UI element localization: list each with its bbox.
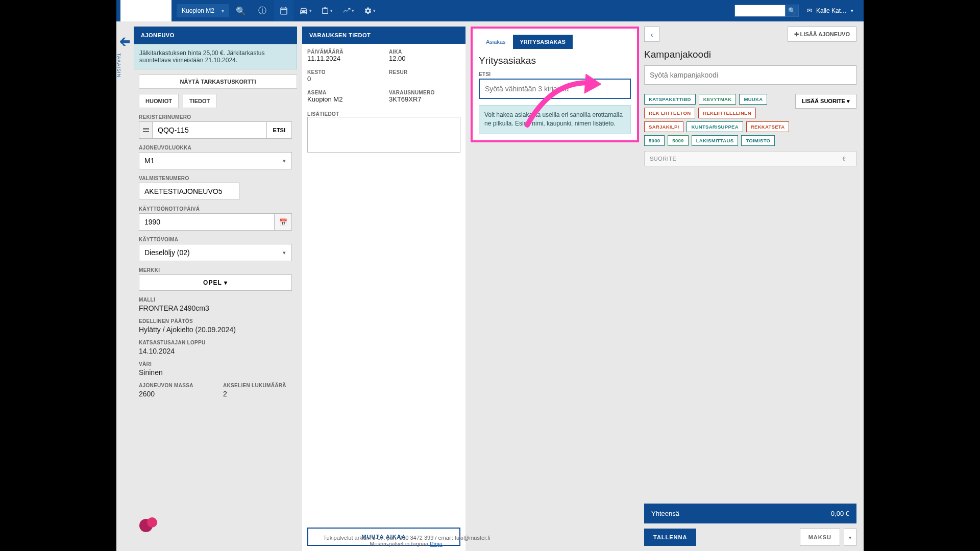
product-tag[interactable]: 5000 <box>644 135 665 146</box>
product-tag[interactable]: LAKISMITTAUS <box>692 135 739 146</box>
vehicle-class-select[interactable]: M1 <box>139 152 292 169</box>
search-reg-button[interactable]: ETSI <box>267 121 292 139</box>
booking-station: Kuopion M2 <box>307 95 379 103</box>
product-tag[interactable]: MUUKA <box>739 94 767 105</box>
add-product-button[interactable]: LISÄÄ SUORITE ▾ <box>795 94 856 109</box>
user-menu[interactable]: ✉ Kalle Kat… ▾ <box>801 7 860 14</box>
product-line: SUORITE € <box>644 151 856 166</box>
product-tag[interactable]: SARJAKILPI <box>644 121 683 132</box>
registration-input[interactable] <box>152 121 267 139</box>
footer: Tukipalvelut arkisin 8-17. puh: 010 3472… <box>134 531 680 551</box>
tab-company[interactable]: YRITYSASIAKAS <box>513 35 573 49</box>
booking-time: 12.00 <box>389 55 460 62</box>
axles-value: 2 <box>223 390 292 398</box>
customer-title: Yritysasiakas <box>479 55 631 66</box>
calendar-icon[interactable] <box>274 0 293 21</box>
huomiot-button[interactable]: HUOMIOT <box>139 94 179 108</box>
topbar: Kuopion M2 🔍 ⓘ 🔍 ✉ Kalle Kat… ▾ <box>116 0 864 21</box>
prev-decision-value: Hylätty / Ajokielto (20.09.2024) <box>139 325 292 334</box>
vin-input[interactable] <box>139 183 239 200</box>
product-tag[interactable]: TOIMISTO <box>741 135 775 146</box>
product-tag[interactable]: KEVYTMAK <box>699 94 737 105</box>
show-inspection-card-button[interactable]: NÄYTÄ TARKASTUSKORTTI <box>139 74 297 89</box>
commission-date-input[interactable] <box>139 213 275 231</box>
search-icon[interactable]: 🔍 <box>231 0 251 21</box>
back-label: TAKAISIN <box>116 53 121 78</box>
inspection-end-value: 14.10.2024 <box>139 347 292 355</box>
color-value: Sininen <box>139 368 292 377</box>
campaign-title: Kampanjakoodi <box>644 49 856 60</box>
payment-button[interactable]: MAKSU <box>800 529 840 546</box>
product-tags: KATSPAKETTIBDKEVYTMAKMUUKAREK LIITTEETÖN… <box>644 94 791 146</box>
tab-person[interactable]: Asiakas <box>479 35 513 49</box>
calendar-picker-icon[interactable]: 📅 <box>275 213 292 231</box>
booking-tab: VARAUKSEN TIEDOT <box>302 27 465 44</box>
model-value: FRONTERA 2490cm3 <box>139 304 292 312</box>
info-icon[interactable]: ⓘ <box>253 0 272 21</box>
total-amount: 0,00 € <box>831 510 849 517</box>
booking-notes-textarea[interactable] <box>307 117 460 153</box>
barcode-icon <box>139 121 152 139</box>
right-back-button[interactable]: ‹ <box>644 27 659 42</box>
product-tag[interactable]: KUNTSARISUPPEA <box>687 121 743 132</box>
customer-search-hint: Voit hakea asiakasta useilla eri sanoill… <box>479 105 631 134</box>
fuel-select[interactable]: Dieselöljy (02) <box>139 244 292 261</box>
product-tag[interactable]: REKLIITTEELLINEN <box>698 108 756 118</box>
location-select[interactable]: Kuopion M2 <box>177 4 229 17</box>
campaign-input[interactable] <box>644 65 856 85</box>
svg-point-1 <box>147 517 157 528</box>
payment-dropdown-button[interactable]: ▾ <box>844 529 856 546</box>
chart-icon[interactable] <box>338 0 358 21</box>
tiedot-button[interactable]: TIEDOT <box>183 94 216 108</box>
add-vehicle-button[interactable]: ✚ LISÄÄ AJONEUVO <box>788 27 856 42</box>
car-icon[interactable] <box>296 0 315 21</box>
gear-icon[interactable] <box>360 0 379 21</box>
vehicle-tab: AJONEUVO <box>134 27 297 44</box>
top-search-button[interactable]: 🔍 <box>786 5 799 17</box>
product-tag[interactable]: REK LIITTEETÖN <box>644 108 695 118</box>
total-bar: Yhteensä 0,00 € <box>644 504 856 523</box>
back-arrow[interactable]: 🡰 <box>116 36 134 49</box>
clipboard-icon[interactable] <box>317 0 336 21</box>
product-tag[interactable]: REKKATSETA <box>746 121 790 132</box>
mail-icon: ✉ <box>807 7 812 14</box>
booking-date: 11.11.2024 <box>307 55 379 62</box>
product-tag[interactable]: 5009 <box>668 135 688 146</box>
make-button[interactable]: OPEL ▾ <box>139 274 292 291</box>
mass-value: 2600 <box>139 390 208 398</box>
product-tag[interactable]: KATSPAKETTIBD <box>644 94 696 105</box>
customer-panel: Asiakas YRITYSASIAKAS Yritysasiakas ETSI… <box>471 27 639 142</box>
booking-duration: 0 <box>307 75 379 83</box>
logo <box>120 0 172 21</box>
customer-search-input[interactable] <box>479 79 631 99</box>
top-search-input[interactable] <box>734 5 786 17</box>
pinja-link[interactable]: Pinja <box>430 541 442 547</box>
booking-number: 3KT69XR7 <box>389 95 460 103</box>
vehicle-notice: Jälkitarkastuksen hinta 25,00 €. Järkita… <box>134 44 297 69</box>
